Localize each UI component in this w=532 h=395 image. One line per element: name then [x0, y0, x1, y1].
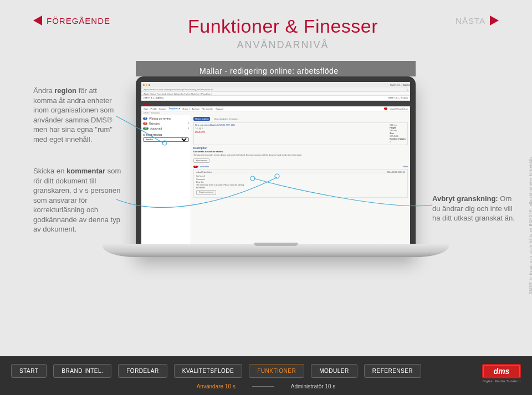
notification-badge[interactable]: 1 [384, 107, 387, 110]
status-rejected[interactable]: 0 Rejected 3 [143, 122, 189, 125]
callout-abort: Avbryt granskning: Om du ändrar dig och … [432, 194, 515, 223]
status-waiting-label: Waiting on review [149, 117, 171, 120]
spec-size-lbl: Size: [390, 132, 394, 135]
comment-date: 2014-02-28 13:03:14 [387, 171, 406, 173]
footer-brand-intel[interactable]: BRAND INTEL. [53, 364, 111, 378]
laptop-notch [254, 243, 298, 246]
region-heading: CHOOSE REGION [143, 134, 189, 136]
subnav-admin[interactable]: Administratör 10 s [291, 383, 336, 389]
comments-heading: Comments [198, 165, 209, 168]
footer-logo-mark: dms [482, 364, 521, 378]
maximize-icon[interactable] [149, 84, 150, 86]
status-approved-right: 3 [188, 127, 189, 130]
menu-filetransfer[interactable]: File transfer [202, 107, 213, 110]
page-title: Funktioner & Finesser [188, 16, 378, 37]
next-button[interactable]: NÄSTA [456, 16, 499, 25]
status-rejected-count: 0 [143, 122, 147, 125]
status-rejected-label: Rejected [149, 122, 160, 125]
tab-downloadable[interactable]: Downloadable templates [212, 117, 240, 121]
status-approved-label: Approved [150, 127, 162, 130]
menu-start[interactable]: Start [144, 107, 148, 110]
callout-region: Ändra region för att komma åt andra enhe… [33, 86, 122, 144]
user-label[interactable]: mikael@bam54.se [390, 107, 408, 110]
footer-kvalitetsflode[interactable]: KVALITETSFLÖDE [174, 364, 243, 378]
footer-moduler[interactable]: MODULER [311, 364, 357, 378]
description-body: The document is under review, please wai… [193, 154, 408, 157]
status-approved-count: 12 [143, 127, 149, 130]
region-select[interactable]: Sweden [143, 137, 189, 142]
callout-abort-bold: Avbryt granskning: [432, 194, 498, 203]
footer-logo-sub: Digital Media Solution [482, 379, 520, 383]
comments-count-badge: 1 [193, 166, 198, 168]
comments-heading-row: 1 Comments Hide [193, 165, 408, 168]
comment-textarea[interactable]: Dear Sir, The reference sheet is in orde… [196, 181, 405, 189]
spec-size: 527,45 Kb [390, 135, 406, 137]
footer-start[interactable]: START [11, 364, 47, 378]
subnav-user[interactable]: Användare 10 s [197, 383, 236, 389]
footer-funktioner[interactable]: FUNKTIONER [249, 364, 304, 378]
menu-templates[interactable]: Templates ▾ [168, 107, 180, 110]
comment-author: mikael@bam54.se [196, 171, 212, 173]
slide-label: Mallar - redigering online: arbetsflöde [200, 66, 339, 75]
callout-comment-post: som rör ditt dokument till granskaren, d… [33, 167, 121, 233]
address-bar[interactable]: digitalmediasolution.se/templates/editin… [141, 88, 410, 92]
callout-comment-bold: kommentar [66, 167, 105, 175]
footer-logo[interactable]: dms Digital Media Solution [482, 364, 521, 383]
footer-subnav: Användare 10 s Administratör 10 s [0, 383, 532, 389]
status-approved[interactable]: 12 Approved 3 [143, 127, 189, 130]
app-logo[interactable]: dms [144, 102, 149, 105]
screen: DMS® 3.1 – BAM54 digitalmediasolution.se… [141, 82, 410, 248]
status-rejected-right: 3 [188, 122, 189, 125]
app-menu: Start Profile Images Templates ▾ Order ▾… [141, 106, 410, 111]
menu-support[interactable]: Support [216, 107, 223, 110]
browser-tabs-row: DMS® 3.1 – BAM54 DMS® 3.1 – Rejlers [141, 96, 410, 101]
abort-review-button[interactable]: Abort review [193, 158, 209, 163]
page-subtitle: ANVÄNDARNIVÅ [188, 39, 378, 51]
menu-images[interactable]: Images [159, 107, 166, 110]
menu-profile[interactable]: Profile [150, 107, 156, 110]
spec-pages-lbl: Number of pages: [390, 138, 406, 140]
minimize-icon[interactable] [146, 84, 147, 86]
page-title-block: Funktioner & Finesser ANVÄNDARNIVÅ [188, 16, 378, 51]
status-waiting[interactable]: 3 Waiting on review [143, 117, 189, 120]
spec-height: 297 mm [390, 130, 406, 132]
next-label: NÄSTA [456, 16, 485, 25]
close-icon[interactable] [143, 84, 145, 86]
comments-hide-link[interactable]: Hide [403, 165, 408, 168]
browser-tab-title: DMS® 3.1 – BAM54 [390, 84, 410, 86]
menu-archive[interactable]: Archive [192, 107, 200, 110]
bookmarks-bar[interactable]: Apple iCloud Facebook Yahoo Wikipedia Tw… [141, 92, 410, 96]
reader-icon[interactable]: ⎙ [407, 88, 408, 91]
callout-comment-pre: Skicka en [33, 167, 66, 175]
doc-title: New main folder A4 Arkitekt MÖRK. PDF 10… [195, 124, 235, 126]
spec-height-lbl: Height: [390, 127, 396, 129]
doc-infobox: New main folder A4 Arkitekt MÖRK. PDF 10… [193, 122, 408, 145]
callout-region-pre: Ändra [33, 86, 54, 95]
doc-specs: 210 mm Height: 297 mm Size: 527,45 Kb Nu… [390, 124, 406, 143]
browser-window-controls: DMS® 3.1 – BAM54 [141, 82, 410, 88]
spec-width: 210 mm [390, 124, 406, 126]
brand-tag-icon: REJLERS [195, 131, 235, 134]
status-waiting-count: 3 [143, 117, 147, 120]
comment-line1: Ser bra ut! [196, 175, 405, 178]
browser-tab-left[interactable]: DMS® 3.1 – BAM54 [144, 96, 163, 100]
triangle-right-icon [490, 16, 499, 25]
footer-fordelar[interactable]: FÖRDELAR [118, 364, 167, 378]
editor-tabs: Online editing Downloadable templates [193, 117, 408, 121]
tab-online-editing[interactable]: Online editing [193, 117, 210, 121]
breadcrumb: DMS® / Templates [141, 111, 410, 115]
footer-referenser[interactable]: REFERENSER [364, 364, 421, 378]
callout-region-post: för att komma åt andra enheter inom orga… [33, 86, 114, 143]
prev-button[interactable]: FÖREGÅENDE [33, 16, 110, 25]
sidebar: 3 Waiting on review 0 Rejected 3 12 Appr… [141, 115, 191, 248]
comment-line4: Br/ Mikael [196, 187, 405, 189]
callout-comment: Skicka en kommentar som rör ditt dokumen… [33, 166, 122, 234]
screen-frame: DMS® 3.1 – BAM54 digitalmediasolution.se… [136, 76, 416, 254]
callout-region-bold: region [54, 86, 76, 95]
subnav-divider [252, 386, 274, 387]
menu-order[interactable]: Order ▾ [182, 107, 190, 110]
create-comment-button[interactable]: Create comment [196, 190, 216, 195]
prev-label: FÖREGÅENDE [47, 16, 110, 25]
url-text: digitalmediasolution.se/templates/editin… [144, 88, 213, 91]
browser-tab-right[interactable]: DMS® 3.1 – Rejlers [388, 96, 408, 100]
